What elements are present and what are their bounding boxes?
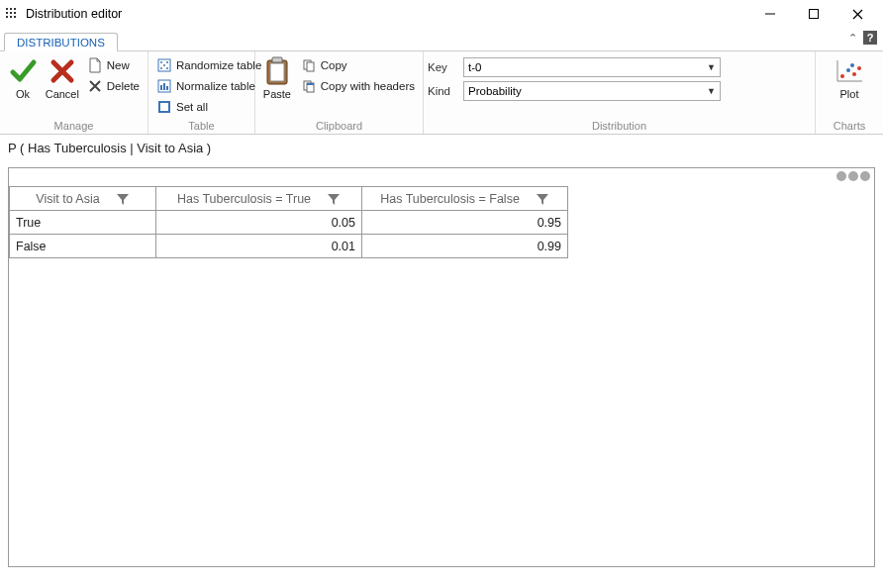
svg-rect-29 — [307, 62, 314, 71]
ribbon-group-distribution: Key t-0 ▼ Kind Probability ▼ Distributio… — [424, 51, 816, 134]
ribbon: Ok Cancel New Dele — [0, 51, 883, 135]
cell-value[interactable]: 0.01 — [156, 235, 362, 258]
dropdown-arrow-icon: ▼ — [707, 62, 716, 72]
cross-icon — [47, 55, 78, 87]
svg-rect-22 — [166, 86, 168, 90]
ribbon-group-clipboard: Paste Copy Copy with headers Clipboard — [255, 51, 424, 134]
filter-icon[interactable] — [116, 192, 130, 206]
cell-value[interactable]: 0.95 — [362, 211, 568, 235]
paste-label: Paste — [263, 88, 291, 100]
plot-button[interactable]: Plot — [822, 53, 877, 100]
column-header[interactable]: Has Tuberculosis = False — [362, 187, 568, 211]
copy-icon — [301, 57, 317, 73]
help-icon[interactable]: ? — [863, 31, 877, 45]
filter-icon[interactable] — [536, 192, 549, 206]
randomize-icon — [156, 57, 172, 73]
distribution-table: Visit to Asia Has Tuberculosis = True — [9, 186, 568, 258]
header-text: Visit to Asia — [36, 192, 99, 206]
close-button[interactable] — [835, 0, 879, 28]
svg-point-14 — [160, 61, 162, 63]
key-label: Key — [428, 61, 457, 73]
svg-point-39 — [857, 66, 861, 70]
svg-rect-27 — [272, 57, 282, 62]
svg-rect-8 — [14, 16, 16, 18]
svg-rect-4 — [10, 12, 12, 14]
svg-rect-20 — [160, 85, 162, 90]
new-button[interactable]: New — [83, 55, 144, 75]
randomize-table-button[interactable]: Randomize table — [152, 55, 265, 75]
grid-panel: Visit to Asia Has Tuberculosis = True — [8, 167, 875, 567]
table-row[interactable]: True 0.05 0.95 — [10, 211, 568, 235]
group-label-charts: Charts — [820, 119, 879, 134]
svg-rect-26 — [270, 63, 284, 81]
svg-rect-7 — [10, 16, 12, 18]
view-mode-dots[interactable] — [836, 171, 870, 181]
app-icon — [4, 6, 20, 22]
column-header[interactable]: Has Tuberculosis = True — [156, 187, 362, 211]
kind-value: Probability — [468, 85, 522, 97]
formula-bar: P ( Has Tuberculosis | Visit to Asia ) — [0, 135, 883, 161]
copy-label: Copy — [321, 59, 347, 71]
table-row[interactable]: False 0.01 0.99 — [10, 235, 568, 258]
set-all-button[interactable]: Set all — [152, 97, 265, 117]
group-label-manage: Manage — [4, 119, 144, 134]
row-label: False — [10, 235, 156, 258]
ribbon-group-manage: Ok Cancel New Dele — [0, 51, 148, 134]
paste-button[interactable]: Paste — [259, 53, 295, 100]
ok-button[interactable]: Ok — [4, 53, 42, 100]
cancel-button[interactable]: Cancel — [44, 53, 81, 100]
kind-combobox[interactable]: Probability ▼ — [463, 81, 721, 101]
ribbon-tabstrip: DISTRIBUTIONS ⌃ ? — [0, 28, 883, 51]
svg-point-15 — [166, 61, 168, 63]
copy-headers-label: Copy with headers — [321, 80, 415, 92]
ribbon-group-table: Randomize table Normalize table Set all … — [148, 51, 255, 134]
new-document-icon — [87, 57, 103, 73]
filter-icon[interactable] — [327, 192, 341, 206]
delete-label: Delete — [107, 80, 140, 92]
dot-icon — [848, 171, 858, 181]
group-label-table: Table — [152, 119, 250, 134]
normalize-table-button[interactable]: Normalize table — [152, 76, 265, 96]
cell-value[interactable]: 0.99 — [362, 235, 568, 258]
collapse-ribbon-icon[interactable]: ⌃ — [848, 32, 857, 45]
delete-icon — [87, 78, 103, 94]
group-label-distribution: Distribution — [428, 119, 811, 134]
checkmark-icon — [7, 55, 39, 87]
scatter-plot-icon — [834, 55, 865, 87]
clipboard-icon — [261, 55, 293, 87]
copy-with-headers-button[interactable]: Copy with headers — [297, 76, 419, 96]
column-header[interactable]: Visit to Asia — [10, 187, 156, 211]
window-title: Distribution editor — [26, 7, 122, 21]
plot-label: Plot — [840, 88, 859, 100]
normalize-label: Normalize table — [176, 80, 255, 92]
svg-rect-32 — [307, 83, 314, 85]
cell-value[interactable]: 0.05 — [156, 211, 362, 235]
svg-point-17 — [160, 67, 162, 69]
setall-icon — [156, 99, 172, 115]
tab-distributions[interactable]: DISTRIBUTIONS — [4, 33, 118, 51]
kind-label: Kind — [428, 85, 457, 97]
svg-point-35 — [840, 74, 844, 78]
svg-rect-1 — [10, 8, 12, 10]
copy-button[interactable]: Copy — [297, 55, 419, 75]
new-label: New — [107, 59, 130, 71]
svg-rect-5 — [14, 12, 16, 14]
maximize-button[interactable] — [792, 0, 835, 28]
svg-point-37 — [852, 72, 856, 76]
delete-button[interactable]: Delete — [83, 76, 144, 96]
title-bar: Distribution editor — [0, 0, 883, 28]
dot-icon — [860, 171, 870, 181]
svg-rect-3 — [6, 12, 8, 14]
svg-rect-21 — [163, 83, 165, 90]
svg-rect-10 — [810, 10, 819, 19]
header-text: Has Tuberculosis = False — [380, 192, 520, 206]
svg-rect-6 — [6, 16, 8, 18]
key-value: t-0 — [468, 61, 481, 73]
svg-rect-24 — [160, 103, 168, 111]
minimize-button[interactable] — [748, 0, 792, 28]
randomize-label: Randomize table — [176, 59, 261, 71]
dropdown-arrow-icon: ▼ — [707, 86, 716, 96]
cancel-label: Cancel — [46, 88, 79, 100]
setall-label: Set all — [176, 101, 208, 113]
key-combobox[interactable]: t-0 ▼ — [463, 57, 721, 77]
